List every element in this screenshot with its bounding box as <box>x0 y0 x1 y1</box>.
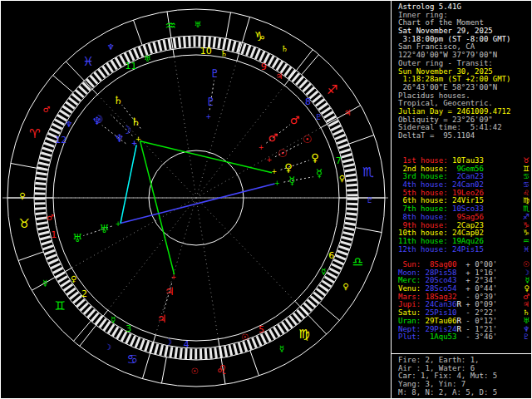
sign-glyph: ♒ <box>165 18 176 33</box>
sign-ruler-glyph: ♄ <box>281 44 288 53</box>
house-ruler-glyph: ♅ <box>144 54 151 63</box>
sign-glyph: ♈ <box>29 126 40 141</box>
sign-ruler-glyph: ♅ <box>195 20 202 29</box>
transit-planet-glyph: ♇ <box>210 67 220 80</box>
sign-glyph: ♍ <box>298 327 309 342</box>
sign-boundary-line <box>133 20 142 45</box>
planet-position-marker: + <box>206 113 212 121</box>
natal-planet-glyph: ♆ <box>115 132 125 145</box>
house-cusp-line <box>80 310 108 346</box>
natal-planet-glyph: ☉ <box>278 147 288 160</box>
planet-position-marker: + <box>131 140 137 147</box>
aspect-line <box>121 184 275 223</box>
house-number: 9 <box>261 62 267 72</box>
transit-planet-glyph: ♅ <box>72 232 82 244</box>
house-cusp-dotted-line <box>174 57 196 198</box>
sign-boundary-line <box>73 321 91 341</box>
sign-boundary-line <box>349 135 374 144</box>
sign-glyph: ♌ <box>216 362 227 377</box>
astrolog-window: ♈♂♉♀♊☿♋☽♌☉♍☿♎♀♏♇♐♃♑♄♒♅♓♆1♂2♀3☿4☽5☉6☿7♀8♇… <box>0 0 532 399</box>
planet-row: Plut: 1Aqu53 - 3°46'♇ <box>398 333 531 342</box>
house-ruler-glyph: ☿ <box>321 267 326 276</box>
house-ruler-glyph: ☽ <box>165 337 172 347</box>
house-cusp-value: 24Pis15 <box>452 246 484 254</box>
house-number: 3 <box>126 323 131 334</box>
house-number: 5 <box>259 324 264 335</box>
sign-ruler-glyph: ☿ <box>279 344 284 353</box>
house-ruler-glyph: ♆ <box>65 120 72 129</box>
sign-ruler-glyph: ♆ <box>107 42 115 52</box>
house-number: 11 <box>126 61 137 71</box>
chart-info-line: DeltaT = 95.1104 <box>398 132 531 140</box>
sign-boundary-line <box>226 12 231 38</box>
chart-wheel: ♈♂♉♀♊☿♋☽♌☉♍☿♎♀♏♇♐♃♑♄♒♅♓♆1♂2♀3☿4☽5☉6☿7♀8♇… <box>1 1 392 399</box>
house-cusp-table: 1st house: 10Tau33♉ 2nd house: 9Gem56♊ 3… <box>398 157 531 254</box>
transit-planet-glyph: ☿ <box>316 167 323 180</box>
planet-position-marker: + <box>274 180 280 187</box>
summary-line: M: 8, N: 2, A: 5, D: 5 <box>398 389 531 397</box>
sign-ruler-glyph: ♇ <box>367 195 374 204</box>
sign-ruler-glyph: ♀ <box>19 191 25 200</box>
planet-position-marker: + <box>267 156 273 164</box>
sign-glyph: ♉ <box>19 216 30 231</box>
transit-planet-glyph: ♃ <box>157 313 167 325</box>
transit-planet-glyph: ♂ <box>290 114 300 126</box>
sign-ruler-glyph: ♂ <box>43 105 51 114</box>
natal-planet-glyph: ♃ <box>165 285 175 298</box>
sign-boundary-line <box>250 351 259 376</box>
chart-info-block: Astrolog 5.41GInner ring:Chart of the Mo… <box>398 3 531 140</box>
planet-name: Plut: <box>398 333 426 342</box>
sign-boundary-line <box>302 55 319 75</box>
sign-boundary-line <box>161 357 166 383</box>
sign-boundary-line <box>11 163 37 168</box>
natal-planet-glyph: ☿ <box>288 175 295 187</box>
house-label: 12th house: <box>398 246 452 254</box>
natal-planet-glyph: ♂ <box>268 131 278 144</box>
planet-icon: ♇ <box>523 333 531 342</box>
aspect-line <box>121 145 136 223</box>
house-number: 10 <box>200 46 212 57</box>
sign-ruler-glyph: ☿ <box>42 278 47 288</box>
planet-position-marker: + <box>170 273 176 281</box>
house-ruler-glyph: ♃ <box>275 71 283 81</box>
natal-planet-glyph: ♅ <box>99 223 109 235</box>
planet-position-marker: + <box>272 168 278 175</box>
sign-boundary-line <box>18 252 43 261</box>
natal-planet-glyph: ♀ <box>284 161 293 174</box>
planet-position-marker: + <box>259 144 264 151</box>
house-number: 8 <box>305 96 311 107</box>
sign-boundary-line <box>53 75 73 92</box>
sign-glyph: ♎ <box>352 254 363 269</box>
transit-planet-glyph: ♀ <box>311 151 319 164</box>
planet-position: 1Aqu53 <box>426 333 457 342</box>
house-cusp-row: 12th house: 24Pis15♓ <box>398 246 531 254</box>
aspect-line <box>140 141 175 275</box>
house-ruler-glyph: ♀ <box>71 274 76 283</box>
sign-ruler-glyph: ☽ <box>104 342 111 352</box>
house-cusp-dotted-line <box>196 198 219 339</box>
sign-glyph: ♓ <box>82 54 93 69</box>
sign-glyph: ♑ <box>254 29 265 44</box>
house-cusp-dotted-line <box>196 198 295 301</box>
sign-ruler-glyph: ☉ <box>191 367 199 376</box>
house-number: 6 <box>328 250 334 261</box>
house-ruler-glyph: ☉ <box>241 332 249 342</box>
sign-glyph: ♐ <box>327 82 337 97</box>
info-panel: Astrolog 5.41GInner ring:Chart of the Mo… <box>392 1 532 399</box>
house-ruler-glyph: ♄ <box>220 49 228 58</box>
sign-boundary-line <box>319 303 339 321</box>
house-cusp-dotted-line <box>97 95 196 198</box>
house-number: 4 <box>184 339 190 350</box>
sign-glyph: ♊ <box>55 298 66 313</box>
house-number: 2 <box>81 288 87 299</box>
house-ruler-glyph: ♀ <box>339 174 345 183</box>
house-number: 1 <box>51 229 57 240</box>
sign-ruler-glyph: ♀ <box>342 282 348 291</box>
natal-planet-glyph: ♇ <box>206 96 216 108</box>
house-ruler-glyph: ♇ <box>315 112 323 121</box>
house-cusp-dotted-line <box>196 61 237 198</box>
sign-glyph: ♏ <box>362 165 374 180</box>
sign-ruler-glyph: ♃ <box>344 108 352 117</box>
zodiac-sign-icon: ♓ <box>523 246 531 254</box>
sign-boundary-line <box>356 228 382 233</box>
